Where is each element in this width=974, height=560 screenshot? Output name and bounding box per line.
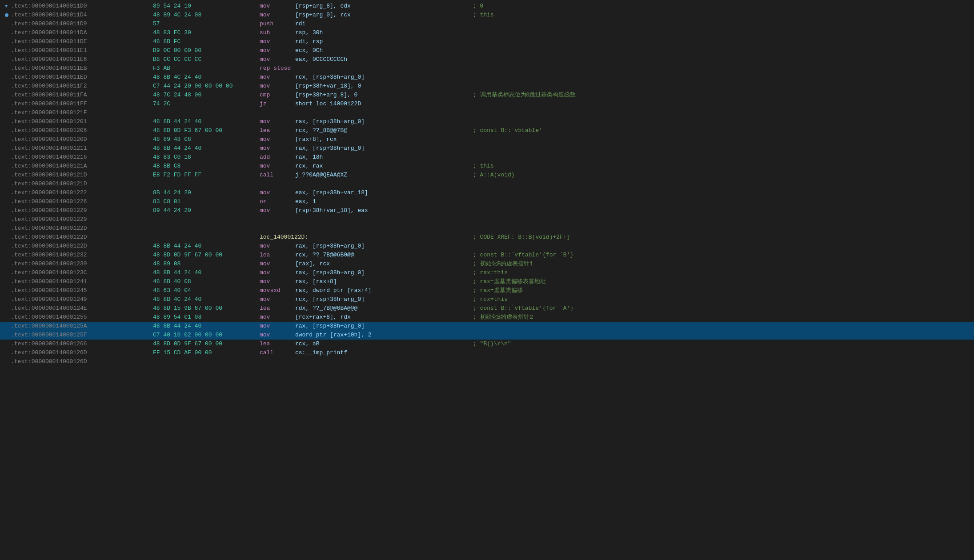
line-mnemonic: mov xyxy=(260,331,295,340)
code-line[interactable]: .text:00000001400011DA48 83 EC 30subrsp,… xyxy=(0,28,974,37)
line-operands: rax, 18h xyxy=(295,153,473,162)
code-line[interactable]: .text:000000014000121A48 8B C8movrcx, ra… xyxy=(0,162,974,171)
code-line[interactable]: .text:00000001400012228B 44 24 20moveax,… xyxy=(0,188,974,197)
line-address: .text:00000001400011D9 xyxy=(11,20,153,28)
line-operands: [rsp+arg_0], rcx xyxy=(295,11,473,20)
line-operands: dword ptr [rax+10h], 2 xyxy=(295,331,473,340)
line-address: .text:000000014000126D xyxy=(11,357,153,366)
line-address: .text:000000014000124E xyxy=(11,304,153,313)
line-mnemonic: mov xyxy=(260,162,295,171)
line-comment: ; rcx=this xyxy=(473,295,970,304)
line-indicator: ▼ xyxy=(4,3,10,10)
line-mnemonic: mov xyxy=(260,46,295,55)
line-bytes: 48 8D 0D F3 67 00 00 xyxy=(153,126,260,135)
line-comment: ; 0 xyxy=(473,2,970,11)
line-bytes: 48 63 40 04 xyxy=(153,286,260,295)
line-bytes: FF 15 CD AF 00 00 xyxy=(153,348,260,357)
line-mnemonic: mov xyxy=(260,242,295,251)
code-line[interactable]: .text:000000014000125548 89 54 01 08mov[… xyxy=(0,313,974,322)
code-line[interactable]: .text:00000001400011ED48 8B 4C 24 40movr… xyxy=(0,73,974,82)
line-comment: ; const B::`vftable'{for `B'} xyxy=(473,251,970,260)
code-line[interactable]: .text:00000001400011E6B8 CC CC CC CCmove… xyxy=(0,55,974,64)
code-line[interactable]: .text:000000014000120D48 89 48 08mov[rax… xyxy=(0,135,974,144)
line-comment: ; this xyxy=(473,11,970,20)
code-line[interactable]: .text:000000014000125FC7 40 10 02 00 00 … xyxy=(0,331,974,340)
line-operands: eax, 1 xyxy=(295,197,473,206)
code-line[interactable]: .text:000000014000124E48 8D 15 9B 67 00 … xyxy=(0,304,974,313)
line-bytes: C7 44 24 20 00 00 00 00 xyxy=(153,82,260,91)
disassembly-view: ▼.text:00000001400011D089 54 24 10mov[rs… xyxy=(0,0,974,368)
code-line[interactable]: .text:000000014000126D xyxy=(0,357,974,366)
line-address: .text:000000014000125F xyxy=(11,331,153,340)
code-line[interactable]: .text:000000014000126648 8D 0D 9F 67 00 … xyxy=(0,340,974,348)
code-line[interactable]: .text:000000014000124948 8B 4C 24 40movr… xyxy=(0,295,974,304)
line-address: .text:000000014000122D xyxy=(11,233,153,242)
code-line[interactable]: .text:000000014000121DE8 F2 FD FF FFcall… xyxy=(0,171,974,180)
line-mnemonic: mov xyxy=(260,82,295,91)
code-line[interactable]: .text:000000014000122D xyxy=(0,224,974,233)
line-comment: ; rax=虚基类偏移表首地址 xyxy=(473,277,970,286)
code-line[interactable]: .text:000000014000121D xyxy=(0,180,974,188)
line-address: .text:0000000140001229 xyxy=(11,215,153,224)
line-bytes: 48 7C 24 48 00 xyxy=(153,91,260,100)
line-comment: ; 调用基类标志位为0跳过基类构造函数 xyxy=(473,91,970,100)
line-comment: ; rax=虚基类偏移 xyxy=(473,286,970,295)
line-bytes: 89 54 24 10 xyxy=(153,2,260,11)
code-line[interactable]: .text:000000014000120648 8D 0D F3 67 00 … xyxy=(0,126,974,135)
code-line[interactable]: .text:00000001400011D448 89 4C 24 08mov[… xyxy=(0,11,974,20)
line-mnemonic: add xyxy=(260,153,295,162)
code-line[interactable]: .text:000000014000121148 8B 44 24 40movr… xyxy=(0,144,974,153)
line-address: .text:000000014000122D xyxy=(11,224,153,233)
code-line[interactable]: .text:00000001400011D957pushrdi xyxy=(0,20,974,28)
line-address: .text:000000014000121F xyxy=(11,108,153,117)
line-bytes: 48 8B 44 24 40 xyxy=(153,117,260,126)
code-line[interactable]: .text:000000014000123248 8D 0D 9F 67 00 … xyxy=(0,251,974,260)
line-operands: [rsp+38h+arg_8], 0 xyxy=(295,91,473,100)
code-line[interactable]: .text:000000014000125A48 8B 44 24 40movr… xyxy=(0,322,974,331)
code-line[interactable]: .text:000000014000123C48 8B 44 24 40movr… xyxy=(0,268,974,277)
code-line[interactable]: .text:000000014000121648 83 C0 18addrax,… xyxy=(0,153,974,162)
line-bytes: 48 8B 44 24 40 xyxy=(153,144,260,153)
code-line[interactable]: .text:000000014000121F xyxy=(0,108,974,117)
line-operands: rdx, ??_7B@@6BA@@@ xyxy=(295,304,473,313)
code-line[interactable]: .text:000000014000124548 63 40 04movsxdr… xyxy=(0,286,974,295)
line-address: .text:0000000140001222 xyxy=(11,188,153,197)
code-line[interactable]: .text:000000014000122989 44 24 20mov[rsp… xyxy=(0,206,974,215)
line-address: .text:000000014000122D xyxy=(11,242,153,251)
line-address: .text:00000001400011D4 xyxy=(11,11,153,20)
code-line[interactable]: .text:00000001400011F2C7 44 24 20 00 00 … xyxy=(0,82,974,91)
line-mnemonic: lea xyxy=(260,340,295,348)
code-line[interactable]: .text:000000014000123948 89 08mov[rax], … xyxy=(0,260,974,268)
code-line[interactable]: .text:00000001400011FA48 7C 24 48 00cmp[… xyxy=(0,91,974,100)
code-line[interactable]: .text:00000001400011EBF3 ABrep stosd xyxy=(0,64,974,73)
line-address: .text:0000000140001249 xyxy=(11,295,153,304)
line-mnemonic: mov xyxy=(260,73,295,82)
line-bytes: 48 89 48 08 xyxy=(153,135,260,144)
line-operands: rsp, 30h xyxy=(295,28,473,37)
line-address: .text:0000000140001226 xyxy=(11,197,153,206)
code-line[interactable]: .text:0000000140001229 xyxy=(0,215,974,224)
line-bytes: 48 8B 4C 24 40 xyxy=(153,295,260,304)
line-mnemonic: mov xyxy=(260,188,295,197)
line-mnemonic: mov xyxy=(260,206,295,215)
code-line[interactable]: .text:000000014000120148 8B 44 24 40movr… xyxy=(0,117,974,126)
line-label: loc_14000122D: xyxy=(260,233,473,242)
code-line[interactable]: .text:00000001400011FF74 2Cjzshort loc_1… xyxy=(0,100,974,108)
line-comment: ; this xyxy=(473,162,970,171)
code-line[interactable]: .text:000000014000122683 C8 01oreax, 1 xyxy=(0,197,974,206)
line-mnemonic: mov xyxy=(260,295,295,304)
code-line[interactable]: .text:000000014000122D48 8B 44 24 40movr… xyxy=(0,242,974,251)
line-operands: rcx, [rsp+38h+arg_0] xyxy=(295,295,473,304)
code-line[interactable]: ▼.text:00000001400011D089 54 24 10mov[rs… xyxy=(0,2,974,11)
line-address: .text:0000000140001201 xyxy=(11,117,153,126)
code-line[interactable]: .text:00000001400011E1B9 0C 00 00 00move… xyxy=(0,46,974,55)
code-line[interactable]: .text:000000014000126DFF 15 CD AF 00 00c… xyxy=(0,348,974,357)
line-operands: [rsp+38h+var_18], eax xyxy=(295,206,473,215)
code-line[interactable]: .text:000000014000124148 8B 40 08movrax,… xyxy=(0,277,974,286)
line-address: .text:0000000140001211 xyxy=(11,144,153,153)
code-line[interactable]: .text:000000014000122Dloc_14000122D:; CO… xyxy=(0,233,974,242)
code-line[interactable]: .text:00000001400011DE48 8B FCmovrdi, rs… xyxy=(0,37,974,46)
line-operands: ecx, 0Ch xyxy=(295,46,473,55)
line-operands: rdi, rsp xyxy=(295,37,473,46)
line-bytes: 48 8D 0D 9F 67 00 00 xyxy=(153,340,260,348)
